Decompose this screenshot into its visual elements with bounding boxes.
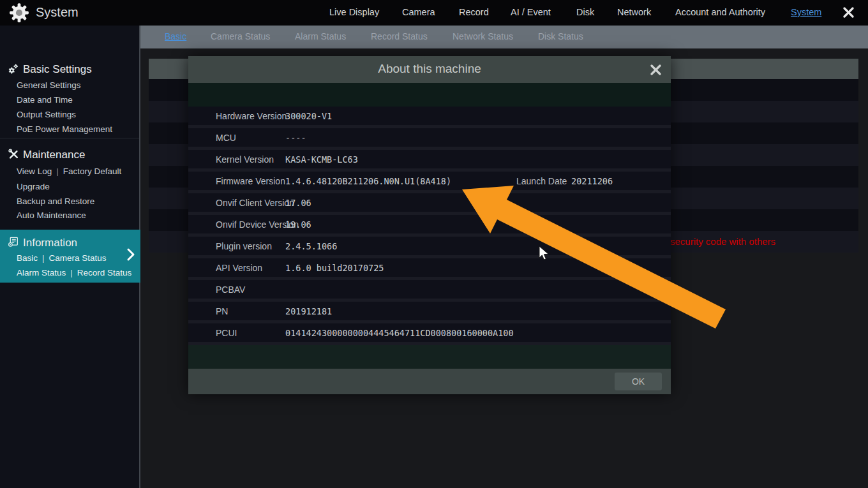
about-this-machine-dialog: About this machine Hardware Version 3000…: [188, 56, 671, 394]
dialog-header: About this machine: [188, 56, 671, 83]
row-value: 1.6.0 build20170725: [285, 263, 384, 273]
separator: |: [38, 253, 49, 263]
sidebar-section-information[interactable]: Information Basic|Camera Status Alarm St…: [0, 230, 140, 283]
document-gear-icon: [8, 237, 19, 251]
system-gear-icon: [8, 2, 30, 26]
nav-ai-event[interactable]: AI / Event: [511, 7, 551, 17]
info-row-plugin-version: Plugin version 2.4.5.1066: [188, 237, 671, 258]
dialog-close-icon[interactable]: [650, 64, 662, 78]
gears-icon: [8, 63, 19, 78]
row-label: Kernel Version: [188, 154, 285, 165]
sidebar-item-info-basic[interactable]: Basic: [17, 253, 38, 263]
security-code-warning-text: security code with others: [670, 231, 775, 253]
row-label: PCBAV: [188, 285, 285, 295]
row-label: API Version: [188, 263, 285, 273]
sidebar-item-poe-power-management[interactable]: PoE Power Management: [17, 122, 112, 137]
tab-record-status[interactable]: Record Status: [371, 31, 428, 41]
row-value: 300020-V1: [285, 111, 332, 121]
dialog-footer: OK: [188, 369, 671, 394]
info-row-firmware-version: Firmware Version 1.4.6.48120B211206.N0N.…: [188, 172, 671, 193]
sidebar-divider: [0, 138, 139, 138]
row-value: 17.06: [285, 198, 311, 208]
row-label: Onvif Device Version: [188, 219, 285, 230]
sidebar-item-upgrade[interactable]: Upgrade: [17, 179, 50, 194]
tab-camera-status[interactable]: Camera Status: [211, 31, 270, 41]
row-value: ----: [285, 133, 306, 143]
info-row-kernel-version: Kernel Version KASA-KCMB-LC63: [188, 150, 671, 172]
sidebar-item-general-settings[interactable]: General Settings: [17, 78, 81, 92]
info-row-mcu: MCU ----: [188, 128, 671, 150]
info-row-pn: PN 201912181: [188, 302, 671, 323]
sidebar-item-viewlog-factorydefault[interactable]: View Log|Factory Default: [17, 164, 121, 179]
sidebar-item-date-and-time[interactable]: Date and Time: [17, 92, 73, 107]
nav-live-display[interactable]: Live Display: [329, 7, 379, 17]
nav-record[interactable]: Record: [459, 7, 489, 17]
tab-disk-status[interactable]: Disk Status: [538, 31, 583, 41]
chevron-right-icon[interactable]: [126, 247, 135, 265]
section-title: Information: [23, 237, 77, 249]
nav-system[interactable]: System: [791, 7, 821, 17]
row-label: Plugin version: [188, 241, 285, 251]
status-tab-bar: Basic Camera Status Alarm Status Record …: [140, 26, 868, 48]
dialog-band: [188, 83, 671, 107]
info-row-hardware-version: Hardware Version 300020-V1: [188, 107, 671, 128]
window-close-icon[interactable]: [842, 6, 855, 21]
info-row-pcbav: PCBAV: [188, 280, 671, 302]
section-title: Maintenance: [23, 149, 85, 161]
tab-alarm-status[interactable]: Alarm Status: [295, 31, 346, 41]
sidebar-section-maintenance[interactable]: Maintenance: [0, 147, 140, 163]
section-title: Basic Settings: [23, 63, 92, 76]
tab-basic[interactable]: Basic: [165, 31, 186, 41]
row-label: Hardware Version: [188, 111, 285, 121]
row-value: 19.06: [285, 219, 311, 230]
nav-network[interactable]: Network: [617, 7, 651, 17]
sidebar-item-info-alarm-status[interactable]: Alarm Status: [17, 268, 66, 277]
tab-network-status[interactable]: Network Status: [453, 31, 513, 41]
ok-button[interactable]: OK: [615, 373, 662, 390]
separator: |: [52, 166, 63, 176]
info-row-onvif-device-version: Onvif Device Version 19.06: [188, 215, 671, 237]
info-row-pcui: PCUI 01414243000000004445464711CD0008001…: [188, 323, 671, 345]
sidebar-item-alarmstatus-recordstatus[interactable]: Alarm Status|Record Status: [17, 265, 131, 280]
sidebar-item-factory-default[interactable]: Factory Default: [63, 166, 122, 176]
sidebar-item-info-record-status[interactable]: Record Status: [77, 268, 132, 277]
launch-date-label: Launch Date: [516, 176, 571, 186]
sidebar-information-header[interactable]: Information: [0, 235, 140, 251]
row-label: Onvif Client Version: [188, 198, 285, 208]
page-title: System: [36, 5, 79, 20]
sidebar: Basic Settings General Settings Date and…: [0, 26, 140, 488]
info-row-api-version: API Version 1.6.0 build20170725: [188, 258, 671, 280]
info-row-onvif-client-version: Onvif Client Version 17.06: [188, 193, 671, 215]
sidebar-item-info-camera-status[interactable]: Camera Status: [49, 253, 107, 263]
nav-disk[interactable]: Disk: [576, 7, 594, 17]
row-label: PN: [188, 306, 285, 316]
row-value: 01414243000000004445464711CD000800160000…: [285, 328, 514, 338]
row-value: 1.4.6.48120B211206.N0N.U1(8A418): [285, 176, 516, 186]
separator: |: [66, 268, 77, 277]
nav-account-authority[interactable]: Account and Authority: [675, 7, 765, 17]
sidebar-item-backup-and-restore[interactable]: Backup and Restore: [17, 194, 94, 209]
nav-camera[interactable]: Camera: [402, 7, 435, 17]
sidebar-item-basic-camerastatus[interactable]: Basic|Camera Status: [17, 251, 107, 265]
top-bar: System Live Display Camera Record AI / E…: [0, 0, 868, 26]
row-value: 2.4.5.1066: [285, 241, 337, 251]
dialog-band: [188, 345, 671, 369]
row-value: 201912181: [285, 306, 332, 316]
sidebar-section-basic-settings[interactable]: Basic Settings: [0, 62, 140, 77]
row-value: KASA-KCMB-LC63: [285, 154, 358, 165]
dialog-title: About this machine: [188, 62, 671, 76]
screen: System Live Display Camera Record AI / E…: [0, 0, 868, 488]
row-label: MCU: [188, 133, 285, 143]
row-label: PCUI: [188, 328, 285, 338]
row-label: Firmware Version: [188, 176, 285, 186]
tools-icon: [8, 149, 19, 163]
sidebar-item-view-log[interactable]: View Log: [17, 166, 52, 176]
launch-date-value: 20211206: [571, 176, 613, 186]
sidebar-item-auto-maintenance[interactable]: Auto Maintenance: [17, 208, 86, 223]
sidebar-item-output-settings[interactable]: Output Settings: [17, 107, 76, 122]
